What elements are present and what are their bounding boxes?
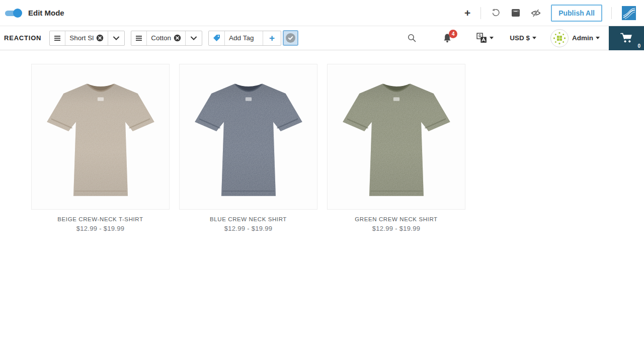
add-tag-input[interactable]: Add Tag bbox=[225, 31, 263, 45]
chevron-down-icon bbox=[113, 36, 119, 40]
product-card: GREEN CREW NECK SHIRT $12.99 - $19.99 bbox=[327, 64, 465, 232]
product-image[interactable] bbox=[327, 64, 465, 210]
edit-mode-toggle[interactable] bbox=[5, 8, 22, 18]
product-card: BEIGE CREW-NECK T-SHIRT $12.99 - $19.99 bbox=[31, 64, 170, 232]
search-icon bbox=[408, 34, 416, 42]
drag-handle[interactable] bbox=[131, 31, 147, 45]
hamburger-icon bbox=[54, 35, 61, 41]
eye-slash-icon bbox=[531, 9, 541, 17]
tag-icon-segment bbox=[209, 31, 225, 45]
user-label: Admin bbox=[572, 34, 593, 42]
language-button[interactable] bbox=[476, 33, 494, 43]
chevron-down-icon bbox=[191, 36, 197, 40]
cart-count-badge: 0 bbox=[637, 43, 640, 49]
notifications-button[interactable]: 4 bbox=[442, 33, 452, 43]
plus-icon: + bbox=[269, 33, 275, 43]
remove-filter-icon[interactable] bbox=[174, 34, 181, 42]
account-controls: 4 USD $ bbox=[408, 26, 644, 50]
edit-mode-label: Edit Mode bbox=[28, 9, 64, 17]
tshirt-image bbox=[187, 69, 310, 205]
check-icon bbox=[287, 35, 294, 41]
top-bar: Edit Mode + Publish All bbox=[0, 0, 644, 26]
user-menu[interactable]: Admin bbox=[550, 29, 600, 47]
avatar bbox=[550, 29, 569, 47]
product-grid: BEIGE CREW-NECK T-SHIRT $12.99 - $19.99 … bbox=[0, 64, 644, 232]
cart-button[interactable]: 0 bbox=[609, 26, 644, 50]
product-price: $12.99 - $19.99 bbox=[327, 225, 465, 232]
product-card: BLUE CREW NECK SHIRT $12.99 - $19.99 bbox=[179, 64, 317, 232]
hamburger-icon bbox=[135, 35, 142, 41]
hide-preview-button[interactable] bbox=[530, 8, 542, 18]
divider bbox=[480, 7, 481, 19]
filter-chip-body[interactable]: Cotton bbox=[147, 31, 186, 45]
translate-icon bbox=[476, 33, 487, 43]
filter-chip-short-sleeve: Short Sl bbox=[49, 31, 125, 46]
product-title[interactable]: GREEN CREW NECK SHIRT bbox=[327, 216, 465, 222]
product-title[interactable]: BLUE CREW NECK SHIRT bbox=[179, 216, 317, 222]
caret-down-icon bbox=[532, 37, 536, 39]
product-image[interactable] bbox=[31, 64, 170, 210]
cart-icon bbox=[620, 32, 633, 44]
avatar-identicon bbox=[551, 30, 568, 47]
product-title[interactable]: BEIGE CREW-NECK T-SHIRT bbox=[31, 216, 170, 222]
filter-chip-body[interactable]: Short Sl bbox=[65, 31, 108, 45]
caret-down-icon bbox=[596, 37, 600, 39]
collection-title: REACTION bbox=[4, 34, 41, 42]
brand-logo-button[interactable] bbox=[621, 5, 637, 21]
product-price: $12.99 - $19.99 bbox=[179, 225, 317, 232]
undo-button[interactable] bbox=[490, 7, 502, 19]
add-tag-group: Add Tag + bbox=[208, 31, 281, 46]
publish-all-button[interactable]: Publish All bbox=[551, 5, 602, 22]
notification-badge: 4 bbox=[449, 30, 457, 38]
filter-dropdown-toggle[interactable] bbox=[108, 31, 124, 45]
undo-icon bbox=[491, 8, 501, 18]
currency-label: USD $ bbox=[510, 34, 530, 42]
tshirt-image bbox=[39, 69, 163, 205]
add-button[interactable]: + bbox=[463, 7, 471, 19]
add-tag-placeholder: Add Tag bbox=[229, 34, 256, 42]
currency-selector[interactable]: USD $ bbox=[510, 34, 536, 42]
filter-label: Cotton bbox=[151, 34, 174, 42]
filter-toolbar: REACTION Short Sl Cotton bbox=[0, 26, 644, 50]
archive-icon bbox=[512, 9, 520, 17]
top-bar-actions: + Publish All bbox=[463, 5, 637, 22]
filter-label: Short Sl bbox=[69, 34, 96, 42]
add-tag-button[interactable]: + bbox=[263, 31, 281, 45]
brand-logo-icon bbox=[622, 6, 636, 20]
product-price: $12.99 - $19.99 bbox=[31, 225, 170, 232]
remove-filter-icon[interactable] bbox=[96, 34, 104, 42]
tag-icon bbox=[213, 34, 220, 42]
search-button[interactable] bbox=[408, 34, 416, 42]
drag-handle[interactable] bbox=[50, 31, 65, 45]
check-circle bbox=[286, 33, 295, 43]
filter-chip-cotton: Cotton bbox=[131, 31, 202, 46]
confirm-selection-button[interactable] bbox=[283, 30, 298, 46]
product-image[interactable] bbox=[179, 64, 317, 210]
plus-icon: + bbox=[464, 8, 470, 18]
divider bbox=[611, 7, 612, 19]
toggle-knob bbox=[13, 9, 22, 18]
archive-button[interactable] bbox=[511, 8, 521, 18]
tshirt-image bbox=[335, 69, 458, 205]
caret-down-icon bbox=[490, 37, 494, 39]
filter-dropdown-toggle[interactable] bbox=[186, 31, 202, 45]
